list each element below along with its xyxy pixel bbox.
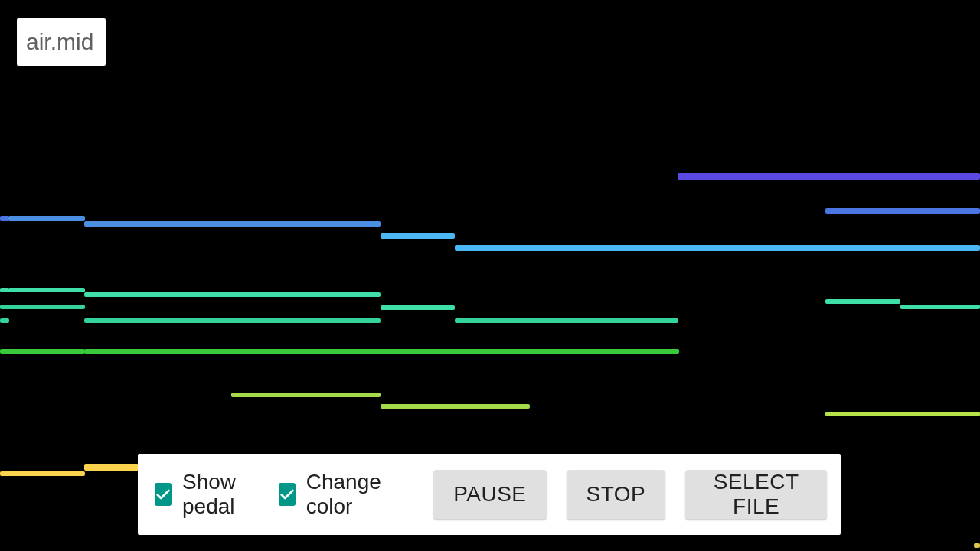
- change-color-label: Change color: [306, 470, 397, 519]
- midi-note: [84, 292, 381, 297]
- select-file-button[interactable]: SELECT FILE: [685, 470, 827, 519]
- midi-note: [0, 318, 9, 323]
- checkbox-checked-icon: [155, 483, 172, 506]
- midi-note: [678, 173, 980, 180]
- midi-note: [825, 208, 980, 214]
- midi-visualizer-canvas: air.mid Show pedal Change color PAUSE ST…: [0, 0, 980, 551]
- midi-note: [0, 305, 85, 309]
- midi-note: [825, 299, 900, 304]
- midi-note: [455, 318, 678, 323]
- midi-note: [900, 305, 980, 309]
- midi-note: [455, 245, 980, 251]
- midi-note: [381, 233, 455, 239]
- show-pedal-label: Show pedal: [182, 470, 262, 519]
- pause-button[interactable]: PAUSE: [433, 470, 546, 519]
- control-bar: Show pedal Change color PAUSE STOP SELEC…: [138, 454, 841, 535]
- midi-note: [84, 349, 679, 354]
- midi-note: [8, 288, 85, 292]
- stop-button[interactable]: STOP: [567, 470, 666, 519]
- current-file-name: air.mid: [17, 18, 106, 66]
- midi-note: [84, 318, 381, 323]
- change-color-checkbox[interactable]: Change color: [279, 470, 397, 519]
- midi-note: [974, 543, 980, 548]
- midi-note: [8, 216, 85, 221]
- midi-note: [84, 221, 381, 227]
- midi-note: [0, 349, 85, 354]
- midi-note: [381, 404, 530, 409]
- midi-note: [381, 305, 455, 310]
- show-pedal-checkbox[interactable]: Show pedal: [155, 470, 262, 519]
- midi-note: [0, 471, 85, 476]
- midi-note: [231, 393, 381, 397]
- midi-note: [825, 412, 980, 416]
- midi-note: [84, 464, 139, 471]
- checkbox-checked-icon: [279, 483, 296, 506]
